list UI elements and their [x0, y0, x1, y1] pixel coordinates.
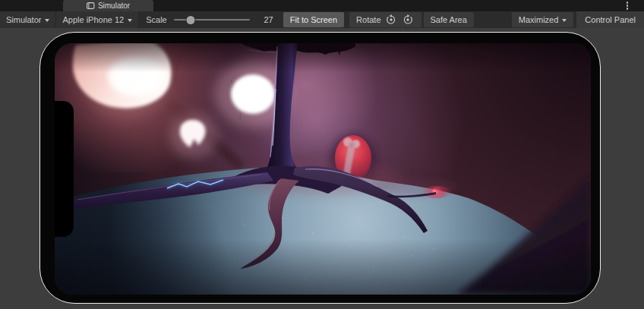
- simulator-dropdown-label: Simulator: [6, 15, 41, 24]
- simulator-toolbar: Simulator Apple iPhone 12 Scale 27 Fit t…: [0, 11, 644, 28]
- window-mode-label: Maximized: [519, 15, 559, 24]
- simulator-viewport: [0, 28, 644, 309]
- top-right-vignette: [389, 43, 591, 225]
- iphone-notch: [55, 101, 74, 237]
- rotate-ccw-icon[interactable]: [385, 14, 398, 27]
- device-dropdown[interactable]: Apple iPhone 12: [56, 11, 139, 28]
- control-panel-label: Control Panel: [585, 15, 636, 24]
- chevron-down-icon: [45, 19, 49, 22]
- tab-title: Simulator: [98, 2, 130, 10]
- device-simulator-icon: [87, 2, 95, 9]
- safe-area-label: Safe Area: [431, 15, 467, 24]
- scale-control: Scale 27: [146, 15, 283, 24]
- iphone-12-frame: [39, 32, 601, 304]
- window-mode-dropdown[interactable]: Maximized: [512, 12, 574, 27]
- bottom-vignette: [55, 239, 591, 295]
- scale-slider-track[interactable]: [174, 19, 250, 20]
- chevron-down-icon: [128, 19, 132, 22]
- simulator-mode-dropdown[interactable]: Simulator: [0, 11, 56, 28]
- rotate-cw-icon[interactable]: [402, 14, 415, 27]
- scale-value: 27: [257, 15, 273, 24]
- game-scene: [55, 43, 591, 295]
- fit-to-screen-button[interactable]: Fit to Screen: [283, 12, 344, 27]
- kebab-menu-icon[interactable]: [623, 1, 632, 11]
- game-screen[interactable]: [55, 43, 591, 295]
- chevron-down-icon: [562, 19, 567, 22]
- fit-to-screen-label: Fit to Screen: [290, 15, 337, 24]
- toolbar-right: Maximized Control Panel: [510, 11, 644, 28]
- tab-bar: Simulator: [0, 0, 644, 11]
- safe-area-button[interactable]: Safe Area: [424, 12, 474, 27]
- rotate-label: Rotate: [356, 15, 380, 24]
- scale-label: Scale: [146, 15, 167, 24]
- control-panel-button[interactable]: Control Panel: [576, 11, 644, 28]
- device-dropdown-label: Apple iPhone 12: [62, 15, 124, 24]
- tab-simulator[interactable]: Simulator: [63, 0, 153, 11]
- rotate-group: Rotate: [349, 12, 421, 27]
- scale-slider[interactable]: [174, 16, 250, 24]
- scale-slider-thumb[interactable]: [186, 16, 194, 24]
